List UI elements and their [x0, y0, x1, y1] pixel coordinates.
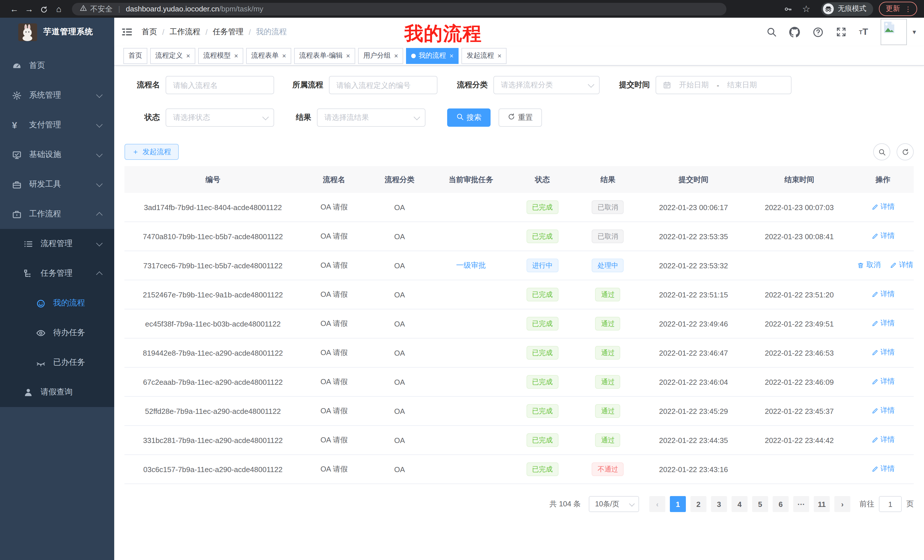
cell-process-name: OA 请假	[301, 367, 367, 397]
update-button[interactable]: 更新 ⋮	[879, 2, 917, 16]
header-search-icon[interactable]	[766, 27, 777, 37]
table-header-row: 编号流程名流程分类当前审批任务状态结果提交时间结束时间操作	[124, 166, 914, 193]
github-icon[interactable]	[789, 27, 800, 37]
help-icon[interactable]	[813, 27, 824, 37]
avatar[interactable]	[880, 19, 907, 45]
fullscreen-icon[interactable]	[836, 27, 846, 37]
detail-action-link[interactable]: 详情	[871, 202, 895, 212]
avatar-caret-down-icon[interactable]: ▾	[913, 28, 916, 36]
sidebar-item-请假查询[interactable]: 请假查询	[0, 377, 114, 407]
result-placeholder: 请选择流结果	[324, 112, 369, 123]
text-size-icon[interactable]: TT	[859, 27, 868, 37]
url-host[interactable]: dashboard.yudao.iocoder.cn	[126, 4, 219, 13]
tab-我的流程[interactable]: 我的流程×	[406, 48, 459, 64]
create-process-button[interactable]: ＋ 发起流程	[124, 144, 178, 160]
status-select[interactable]: 请选择状态	[166, 108, 274, 127]
detail-action-link[interactable]: 详情	[871, 290, 895, 299]
tab-流程定义[interactable]: 流程定义×	[150, 48, 195, 64]
goto-page-input[interactable]	[879, 496, 902, 512]
detail-action-link[interactable]: 详情	[871, 348, 895, 358]
definition-input[interactable]	[329, 76, 438, 94]
sidebar-item-流程管理[interactable]: 流程管理	[0, 229, 114, 259]
sidebar-item-待办任务[interactable]: 待办任务	[0, 318, 114, 347]
page-size-select[interactable]: 10条/页	[589, 496, 639, 512]
close-icon[interactable]: ×	[186, 52, 190, 60]
detail-action-link[interactable]: 详情	[871, 464, 895, 474]
sidebar-item-系统管理[interactable]: 系统管理	[0, 81, 114, 110]
chevron-down-icon	[262, 114, 269, 120]
page-button-6[interactable]: 6	[772, 496, 789, 512]
cancel-action-link[interactable]: 取消	[857, 261, 880, 270]
cell-actions: 详情	[852, 425, 914, 455]
sidebar-item-首页[interactable]: 首页	[0, 51, 114, 81]
tab-流程表单[interactable]: 流程表单×	[246, 48, 291, 64]
submit-time-label: 提交时间	[612, 80, 650, 90]
tab-用户分组[interactable]: 用户分组×	[358, 48, 403, 64]
next-page-button[interactable]: ›	[834, 496, 850, 512]
page-button-3[interactable]: 3	[711, 496, 727, 512]
update-label[interactable]: 更新	[886, 4, 900, 14]
tab-首页[interactable]: 首页	[123, 48, 147, 64]
status-badge: 已完成	[526, 346, 558, 359]
result-select[interactable]: 请选择流结果	[317, 108, 426, 127]
close-icon[interactable]: ×	[394, 52, 398, 60]
process-name-input[interactable]	[166, 76, 274, 94]
close-icon[interactable]: ×	[346, 52, 350, 60]
page-button-4[interactable]: 4	[732, 496, 747, 512]
detail-action-link[interactable]: 详情	[890, 261, 913, 270]
close-icon[interactable]: ×	[234, 52, 238, 60]
end-date-placeholder[interactable]: 结束日期	[727, 80, 757, 90]
start-date-placeholder[interactable]: 开始日期	[679, 80, 709, 90]
column-header-结果: 结果	[575, 166, 640, 193]
home-icon[interactable]: ⌂	[51, 4, 66, 14]
current-task-link[interactable]: 一级审批	[456, 261, 486, 270]
url-path[interactable]: /bpm/task/my	[219, 4, 264, 13]
sidebar-item-已办任务[interactable]: 已办任务	[0, 347, 114, 377]
plus-icon: ＋	[132, 147, 139, 157]
sidebar-item-工作流程[interactable]: 工作流程	[0, 199, 114, 229]
close-icon[interactable]: ×	[282, 52, 286, 60]
detail-action-link[interactable]: 详情	[871, 406, 895, 416]
page-button-11[interactable]: 11	[814, 496, 830, 512]
security-label[interactable]: 不安全	[90, 4, 112, 14]
search-button[interactable]: 搜索	[447, 108, 490, 127]
breadcrumb-item[interactable]: 工作流程	[170, 27, 201, 37]
close-icon[interactable]: ×	[497, 52, 501, 60]
page-button-2[interactable]: 2	[690, 496, 706, 512]
sidebar-item-任务管理[interactable]: 任务管理	[0, 259, 114, 288]
reset-button[interactable]: 重置	[498, 108, 542, 127]
page-button-5[interactable]: 5	[752, 496, 768, 512]
reload-icon[interactable]	[36, 4, 51, 14]
page-button-1[interactable]: 1	[670, 496, 686, 512]
toggle-search-icon[interactable]	[873, 143, 890, 160]
date-range-picker[interactable]: 开始日期 - 结束日期	[656, 76, 792, 94]
prev-page-button[interactable]: ‹	[650, 496, 665, 512]
kebab-menu-icon[interactable]: ⋮	[904, 5, 911, 13]
sidebar-item-基础设施[interactable]: 基础设施	[0, 140, 114, 169]
sidebar-logo[interactable]: 芋道管理系统	[0, 18, 114, 46]
close-icon[interactable]: ×	[449, 52, 453, 60]
category-select[interactable]: 请选择流程分类	[494, 76, 600, 94]
tab-发起流程[interactable]: 发起流程×	[461, 48, 507, 64]
page-ellipsis-button[interactable]: ···	[793, 496, 809, 512]
hamburger-fold-icon[interactable]	[121, 26, 134, 38]
detail-action-link[interactable]: 详情	[871, 319, 895, 328]
refresh-table-icon[interactable]	[897, 143, 914, 160]
detail-action-link[interactable]: 详情	[871, 377, 895, 387]
goto-page: 前往 页	[860, 496, 914, 512]
breadcrumb-item[interactable]: 任务管理	[213, 27, 244, 37]
sidebar-item-研发工具[interactable]: 研发工具	[0, 169, 114, 199]
breadcrumb-item[interactable]: 首页	[142, 27, 157, 37]
bookmark-star-icon[interactable]: ☆	[802, 3, 810, 14]
tab-流程表单-编辑[interactable]: 流程表单-编辑×	[294, 48, 355, 64]
forward-icon[interactable]: →	[22, 4, 36, 14]
back-icon[interactable]: ←	[7, 4, 22, 14]
chevron-down-icon	[588, 81, 594, 88]
password-key-icon[interactable]	[784, 5, 792, 13]
detail-action-link[interactable]: 详情	[871, 435, 895, 445]
sidebar-item-支付管理[interactable]: ¥支付管理	[0, 110, 114, 140]
tab-流程模型[interactable]: 流程模型×	[198, 48, 243, 64]
detail-action-link[interactable]: 详情	[871, 232, 895, 241]
sidebar-item-我的流程[interactable]: 我的流程	[0, 288, 114, 318]
address-bar[interactable]: 不安全 | dashboard.yudao.iocoder.cn/bpm/tas…	[72, 3, 726, 15]
